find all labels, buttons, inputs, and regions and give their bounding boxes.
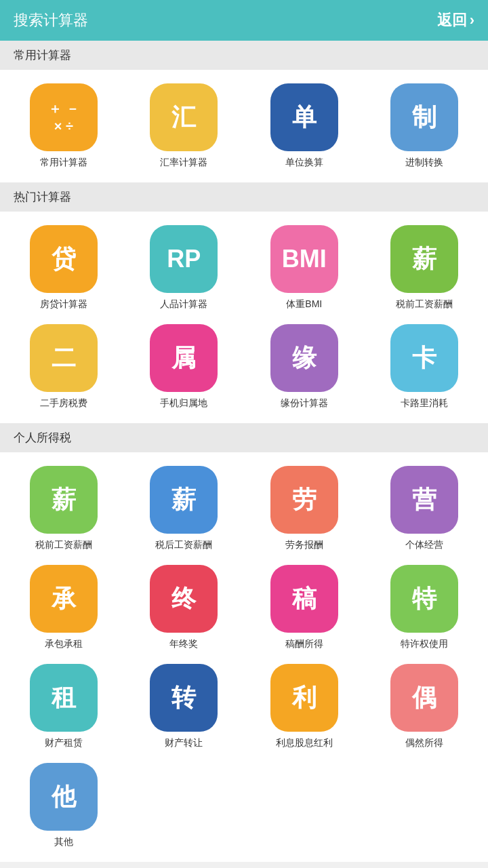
grid-section-hot: 贷房贷计算器RP人品计算器BMI体重BMI薪税前工资薪酬二二手房税费属手机归属地… — [0, 212, 488, 423]
label-mortgage: 房贷计算器 — [40, 298, 87, 311]
label-license: 特许权使用 — [401, 638, 448, 650]
grid-item-occasional[interactable]: 偶偶然所得 — [368, 664, 482, 749]
back-label: 返回 — [437, 10, 467, 31]
label-other: 其他 — [54, 836, 73, 848]
icon-pretax-salary: 薪 — [390, 225, 458, 293]
label-unit-convert: 单位换算 — [285, 157, 323, 169]
icon-rp: RP — [150, 225, 218, 293]
label-year-bonus: 年终奖 — [169, 638, 198, 650]
icon-contract: 承 — [30, 565, 98, 633]
label-second-house: 二手房税费 — [40, 397, 87, 410]
grid-item-year-bonus[interactable]: 终年终奖 — [127, 565, 241, 650]
grid-item-second-house[interactable]: 二二手房税费 — [7, 324, 121, 410]
label-interest: 利息股息红利 — [276, 737, 333, 749]
icon-manuscript: 稿 — [270, 565, 338, 633]
grid-item-exchange-rate[interactable]: 汇汇率计算器 — [127, 83, 241, 169]
label-phone-attr: 手机归属地 — [160, 397, 207, 410]
grid-item-calorie[interactable]: 卡卡路里消耗 — [368, 324, 482, 410]
section-label-common: 常用计算器 — [0, 41, 488, 70]
icon-common-calc: ＋ －× ÷ — [30, 83, 98, 151]
grid-item-labor[interactable]: 劳劳务报酬 — [247, 466, 361, 551]
grid-item-rp[interactable]: RP人品计算器 — [127, 225, 241, 311]
chevron-icon: › — [470, 12, 474, 29]
grid-item-interest[interactable]: 利利息股息红利 — [247, 664, 361, 749]
grid-item-other[interactable]: 他其他 — [7, 763, 121, 848]
label-common-calc: 常用计算器 — [40, 157, 87, 169]
grid-item-fate[interactable]: 缘缘份计算器 — [247, 324, 361, 410]
grid-item-posttax-salary[interactable]: 薪税后工资薪酬 — [127, 466, 241, 551]
section-label-hot: 热门计算器 — [0, 182, 488, 212]
grid-item-unit-convert[interactable]: 单单位换算 — [247, 83, 361, 169]
grid-item-contract[interactable]: 承承包承租 — [7, 565, 121, 650]
icon-mortgage: 贷 — [30, 225, 98, 293]
label-labor: 劳务报酬 — [285, 539, 323, 551]
label-exchange-rate: 汇率计算器 — [160, 157, 207, 169]
label-contract: 承包承租 — [45, 638, 83, 650]
icon-property-transfer: 转 — [150, 664, 218, 732]
grid-item-bmi[interactable]: BMI体重BMI — [247, 225, 361, 311]
icon-pretax-salary2: 薪 — [30, 466, 98, 534]
label-rp: 人品计算器 — [160, 298, 207, 311]
label-property-transfer: 财产转让 — [165, 737, 203, 749]
icon-property-rent: 租 — [30, 664, 98, 732]
icon-occasional: 偶 — [390, 664, 458, 732]
header-title: 搜索计算器 — [14, 10, 88, 31]
grid-item-phone-attr[interactable]: 属手机归属地 — [127, 324, 241, 410]
app-header: 搜索计算器 返回 › — [0, 0, 488, 41]
icon-exchange-rate: 汇 — [150, 83, 218, 151]
icon-unit-convert: 单 — [270, 83, 338, 151]
grid-section-income-tax: 薪税前工资薪酬薪税后工资薪酬劳劳务报酬营个体经营承承包承租终年终奖稿稿酬所得特特… — [0, 452, 488, 862]
icon-interest: 利 — [270, 664, 338, 732]
label-posttax-salary: 税后工资薪酬 — [155, 539, 212, 551]
grid-item-property-transfer[interactable]: 转财产转让 — [127, 664, 241, 749]
label-fate: 缘份计算器 — [281, 397, 328, 410]
icon-year-bonus: 终 — [150, 565, 218, 633]
app-content: 常用计算器＋ －× ÷常用计算器汇汇率计算器单单位换算制进制转换热门计算器贷房贷… — [0, 41, 488, 862]
grid-item-pretax-salary2[interactable]: 薪税前工资薪酬 — [7, 466, 121, 551]
icon-self-employ: 营 — [390, 466, 458, 534]
label-pretax-salary2: 税前工资薪酬 — [35, 539, 92, 551]
icon-calorie: 卡 — [390, 324, 458, 392]
grid-item-pretax-salary[interactable]: 薪税前工资薪酬 — [368, 225, 482, 311]
icon-fate: 缘 — [270, 324, 338, 392]
icon-bmi: BMI — [270, 225, 338, 293]
grid-item-property-rent[interactable]: 租财产租赁 — [7, 664, 121, 749]
label-property-rent: 财产租赁 — [45, 737, 83, 749]
label-calorie: 卡路里消耗 — [401, 397, 448, 410]
icon-license: 特 — [390, 565, 458, 633]
grid-common: ＋ －× ÷常用计算器汇汇率计算器单单位换算制进制转换 — [7, 83, 481, 169]
icon-second-house: 二 — [30, 324, 98, 392]
grid-item-manuscript[interactable]: 稿稿酬所得 — [247, 565, 361, 650]
back-button[interactable]: 返回 › — [437, 10, 474, 31]
grid-item-license[interactable]: 特特许权使用 — [368, 565, 482, 650]
icon-phone-attr: 属 — [150, 324, 218, 392]
label-base-convert: 进制转换 — [405, 157, 443, 169]
grid-item-base-convert[interactable]: 制进制转换 — [368, 83, 482, 169]
icon-base-convert: 制 — [390, 83, 458, 151]
grid-item-mortgage[interactable]: 贷房贷计算器 — [7, 225, 121, 311]
grid-item-self-employ[interactable]: 营个体经营 — [368, 466, 482, 551]
label-bmi: 体重BMI — [286, 298, 322, 311]
icon-labor: 劳 — [270, 466, 338, 534]
grid-hot: 贷房贷计算器RP人品计算器BMI体重BMI薪税前工资薪酬二二手房税费属手机归属地… — [7, 225, 481, 410]
icon-posttax-salary: 薪 — [150, 466, 218, 534]
icon-other: 他 — [30, 763, 98, 831]
label-manuscript: 稿酬所得 — [285, 638, 323, 650]
grid-section-common: ＋ －× ÷常用计算器汇汇率计算器单单位换算制进制转换 — [0, 70, 488, 182]
label-pretax-salary: 税前工资薪酬 — [396, 298, 453, 311]
grid-item-common-calc[interactable]: ＋ －× ÷常用计算器 — [7, 83, 121, 169]
grid-income-tax: 薪税前工资薪酬薪税后工资薪酬劳劳务报酬营个体经营承承包承租终年终奖稿稿酬所得特特… — [7, 466, 481, 848]
label-occasional: 偶然所得 — [405, 737, 443, 749]
label-self-employ: 个体经营 — [405, 539, 443, 551]
section-label-income-tax: 个人所得税 — [0, 423, 488, 452]
